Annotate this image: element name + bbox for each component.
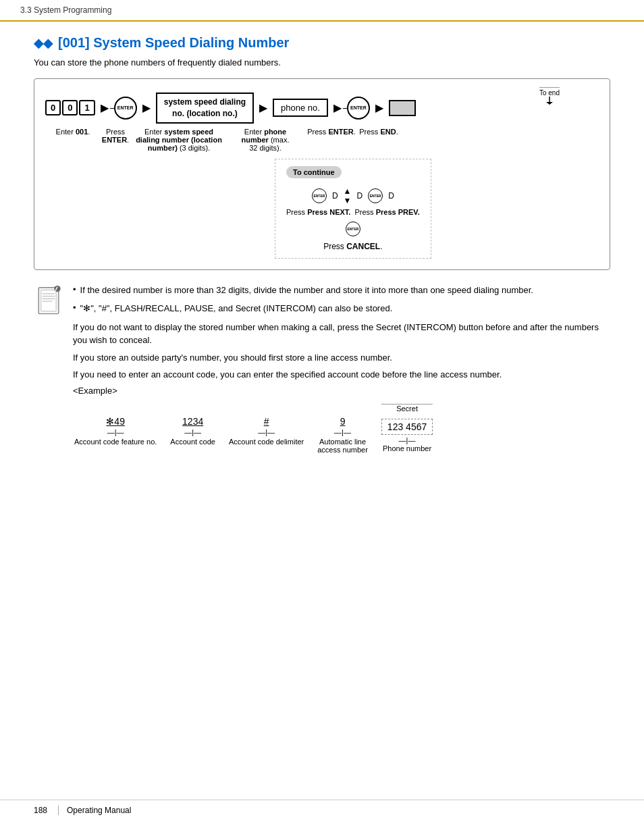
- top-bar: 3.3 System Programming: [0, 0, 644, 22]
- title-text: [001] System Speed Dialing Number: [58, 35, 289, 51]
- footer-label: Operating Manual: [58, 806, 131, 815]
- enter-label-1: ENTER: [117, 105, 134, 111]
- ex-value-3: #: [264, 416, 269, 427]
- next-prev-labels: Press Press NEXT. Press Press PREV.: [286, 208, 420, 216]
- ex-label-1: Account code feature no.: [74, 438, 157, 446]
- arrow2: ▶: [142, 101, 151, 114]
- main-content: ◆◆ [001] System Speed Dialing Number You…: [0, 22, 644, 488]
- flow-row: 0 0 1 ▶ ENTER ▶ system speed dialing no.…: [45, 93, 599, 124]
- secret-top-label: Secret: [381, 404, 433, 413]
- note-icon: [34, 285, 63, 321]
- example-diagram: ✻49 —|— Account code feature no. 1234 —|…: [34, 416, 610, 454]
- section-label: 3.3 System Programming: [20, 5, 111, 15]
- phone-value: 123 4567: [387, 421, 427, 432]
- ex-label-2: Account code: [170, 438, 215, 446]
- phone-dashed-box: 123 4567: [381, 419, 433, 435]
- arrow1: ▶: [101, 101, 109, 114]
- footer: 188 Operating Manual: [0, 800, 644, 820]
- enter-button-1: ENTER: [114, 97, 137, 120]
- end-box: [389, 100, 416, 116]
- note-text-2: "✻", "#", FLASH/RECALL, PAUSE, and Secre…: [80, 302, 393, 315]
- key-1: 1: [79, 100, 95, 115]
- notes-section: • If the desired number is more than 32 …: [34, 284, 610, 405]
- system-speed-line1: system speed dialing: [164, 97, 246, 108]
- flow-labels-row: Enter 001. Press ENTER. Enter system spe…: [45, 128, 599, 152]
- note-text-1: If the desired number is more than 32 di…: [80, 284, 533, 297]
- diamond-icon: ◆◆: [34, 36, 53, 51]
- ex-value-1: ✻49: [106, 416, 125, 427]
- phone-label: Phone number: [383, 444, 431, 452]
- cancel-row: ENTER: [286, 221, 420, 236]
- cancel-circle: ENTER: [346, 221, 360, 236]
- key-001: 0 0 1: [45, 100, 95, 115]
- arrow4: ▶: [333, 101, 342, 114]
- ex-item-4: 9 —|— Automatic lineaccess number: [317, 416, 368, 454]
- label-enter001: Enter 001.: [45, 128, 101, 136]
- note-para-1: If you do not want to display the stored…: [73, 321, 610, 347]
- system-speed-box: system speed dialing no. (location no.): [156, 93, 254, 124]
- label-enterphone: Enter phonenumber (max.32 digits).: [232, 128, 299, 152]
- label-pressend: Press END.: [358, 128, 399, 136]
- svg-rect-3: [41, 290, 56, 311]
- key-0b: 0: [62, 100, 78, 115]
- phone-no-box: phone no.: [273, 99, 328, 117]
- ex-item-2: 1234 —|— Account code: [170, 416, 215, 446]
- label-pressenter2: Press ENTER.: [304, 128, 358, 136]
- enter-label-2: ENTER: [350, 105, 367, 111]
- example-label: <Example>: [73, 386, 610, 396]
- label-entersystem: Enter system speeddialing number (locati…: [132, 128, 226, 152]
- ex-item-5: Secret 123 4567 —|— Phone number: [381, 416, 433, 452]
- ex-item-1: ✻49 —|— Account code feature no.: [74, 416, 157, 446]
- phone-no-label: phone no.: [281, 103, 320, 113]
- continue-area: To continue ENTER D ▲▼ D ENTER D Press P…: [275, 159, 431, 259]
- notes-content: • If the desired number is more than 32 …: [73, 284, 610, 405]
- ex-item-3: # —|— Account code delimiter: [229, 416, 304, 446]
- arrow3: ▶: [259, 101, 267, 114]
- ex-value-2: 1234: [182, 416, 203, 427]
- svg-point-8: [54, 286, 60, 292]
- ex-label-4: Automatic lineaccess number: [317, 438, 368, 454]
- ex-value-4: 9: [340, 416, 346, 427]
- label-pressenter1: Press ENTER.: [101, 128, 130, 144]
- subtitle: You can store the phone numbers of frequ…: [34, 57, 610, 68]
- footer-page: 188: [34, 806, 47, 815]
- key-0a: 0: [45, 100, 61, 115]
- note-bullet-2: • "✻", "#", FLASH/RECALL, PAUSE, and Sec…: [73, 302, 610, 315]
- next-prev-row: ENTER D ▲▼ D ENTER D: [286, 186, 420, 205]
- mini-enter-2: ENTER: [368, 188, 383, 203]
- to-continue-label: To continue: [286, 166, 342, 178]
- diagram-box: To end 0 0 1 ▶ ENTER: [34, 78, 610, 270]
- system-speed-line2: no. (location no.): [164, 108, 246, 120]
- cancel-label: Press CANCEL.: [286, 242, 420, 251]
- ex-label-3: Account code delimiter: [229, 438, 304, 446]
- section-title: ◆◆ [001] System Speed Dialing Number: [34, 35, 610, 51]
- note-para-2: If you store an outside party's number, …: [73, 351, 610, 365]
- note-para-3: If you need to enter an account code, yo…: [73, 368, 610, 382]
- note-bullet-1: • If the desired number is more than 32 …: [73, 284, 610, 297]
- arrow5: ▶: [375, 101, 383, 114]
- mini-enter-1: ENTER: [312, 188, 327, 203]
- enter-button-2: ENTER: [347, 97, 370, 120]
